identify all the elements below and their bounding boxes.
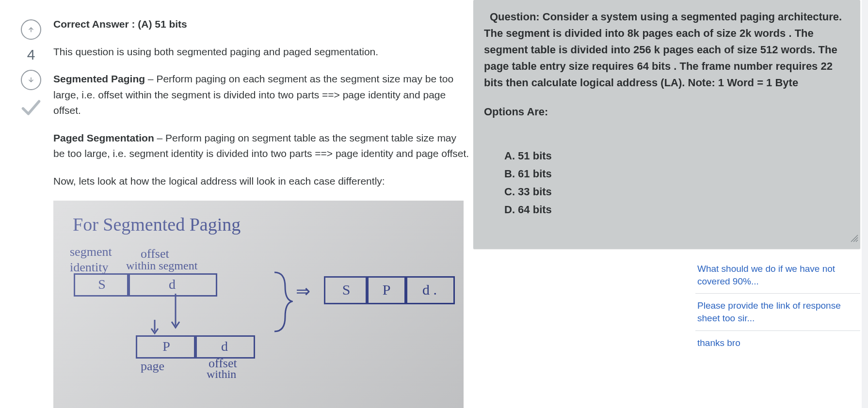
related-link-3[interactable]: thanks bro bbox=[695, 331, 860, 355]
options-heading: Options Are: bbox=[484, 104, 851, 120]
offset-label-2: within segment bbox=[126, 257, 197, 275]
box-s2: S bbox=[324, 276, 369, 304]
box-s: S bbox=[74, 273, 130, 297]
seg-identity-label-2: identity bbox=[70, 258, 108, 277]
correct-answer-line: Correct Answer : (A) 51 bits bbox=[53, 18, 187, 30]
arrow-small-drawing bbox=[148, 320, 161, 337]
question-card: Question: Consider a system using a segm… bbox=[473, 0, 860, 249]
vote-score: 4 bbox=[27, 47, 35, 63]
accept-answer-button[interactable] bbox=[20, 97, 42, 120]
downvote-button[interactable] bbox=[21, 70, 41, 90]
offset-within-1: offset bbox=[209, 354, 237, 373]
diagram-title: For Segmented Paging bbox=[73, 210, 241, 239]
box-p2: P bbox=[366, 276, 407, 304]
scrollbar-track[interactable] bbox=[862, 0, 868, 408]
question-text: Question: Consider a system using a segm… bbox=[484, 9, 851, 91]
segmented-paging-label: Segmented Paging bbox=[53, 73, 145, 84]
box-p: P bbox=[136, 335, 197, 359]
related-link-1[interactable]: What should we do if we have not covered… bbox=[695, 257, 860, 294]
offset-within-2: within bbox=[207, 365, 236, 383]
resize-icon bbox=[850, 234, 858, 242]
option-c: C. 33 bits bbox=[504, 184, 851, 200]
answer-p4: Now, lets look at how the logical addres… bbox=[53, 173, 469, 189]
page-label: page bbox=[141, 357, 164, 376]
option-a: A. 51 bits bbox=[504, 148, 851, 164]
vote-column: 4 bbox=[16, 19, 46, 120]
arrow-down-icon bbox=[27, 76, 35, 84]
arrow-up-icon bbox=[27, 26, 35, 33]
related-link-2[interactable]: Please provide the link of response shee… bbox=[695, 294, 860, 330]
arrow-down-drawing bbox=[166, 294, 185, 334]
answer-body: Correct Answer : (A) 51 bits This questi… bbox=[53, 16, 469, 408]
answer-p3: Paged Segmentation – Perform paging on s… bbox=[53, 130, 469, 162]
answer-p2: Segmented Paging – Perform paging on eac… bbox=[53, 71, 469, 119]
page-viewport: 4 Correct Answer : (A) 51 bits This ques… bbox=[0, 0, 868, 408]
big-arrow: ⇒ bbox=[296, 278, 310, 305]
offset-label-1: offset bbox=[141, 244, 169, 264]
curly-brace-drawing bbox=[272, 270, 293, 333]
answer-p1: This question is using both segmented pa… bbox=[53, 44, 469, 60]
check-icon bbox=[20, 97, 42, 118]
option-b: B. 61 bits bbox=[504, 166, 851, 182]
options-list: A. 51 bits B. 61 bits C. 33 bits D. 64 b… bbox=[504, 148, 851, 218]
resize-handle[interactable] bbox=[850, 231, 858, 247]
paged-segmentation-label: Paged Segmentation bbox=[53, 132, 154, 143]
box-d2: d . bbox=[404, 276, 455, 304]
option-d: D. 64 bits bbox=[504, 202, 851, 218]
related-links: What should we do if we have not covered… bbox=[695, 257, 860, 355]
box-d: d bbox=[127, 273, 217, 297]
seg-identity-label-1: segment bbox=[70, 246, 112, 258]
handwritten-diagram: For Segmented Paging segment identity of… bbox=[53, 201, 464, 408]
box-d3: d bbox=[194, 335, 255, 359]
upvote-button[interactable] bbox=[21, 19, 41, 40]
